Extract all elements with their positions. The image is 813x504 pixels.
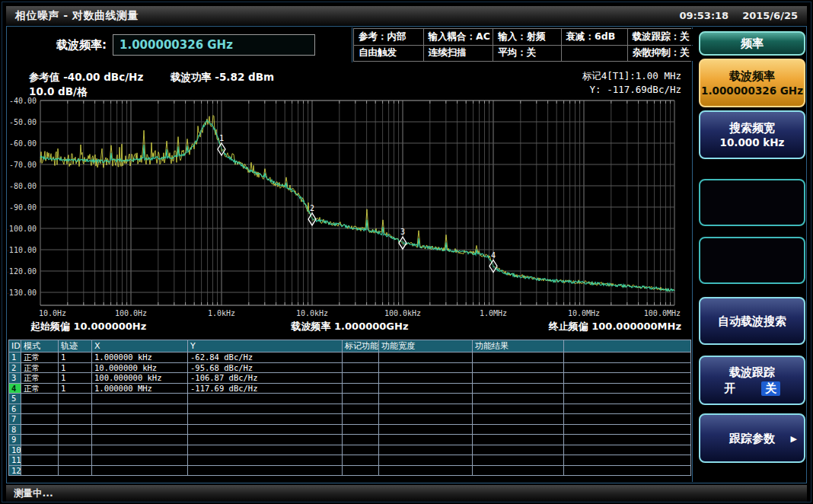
softkey-carrier-tracking[interactable]: 载波跟踪 开 关	[699, 356, 805, 405]
svg-text:10.0Hz: 10.0Hz	[39, 309, 66, 317]
svg-text:10.0MHz: 10.0MHz	[568, 309, 600, 317]
carrier-frequency-panel: 载波频率:	[8, 27, 352, 62]
table-cell: 正常	[21, 373, 59, 384]
softkey-carrier-frequency[interactable]: 载波频率 1.000000326 GHz	[699, 59, 805, 107]
table-header-cell: 轨迹	[59, 340, 92, 352]
status-carrier-tracking: 载波跟踪：关	[628, 29, 693, 45]
table-row[interactable]: 7	[9, 414, 691, 425]
carrier-tracking-toggle: 开 关	[724, 381, 780, 396]
table-cell: -106.87 dBc/Hz	[188, 373, 343, 384]
table-row-id: 10	[9, 445, 21, 455]
svg-text:10.0kHz: 10.0kHz	[296, 309, 328, 317]
table-header-cell: Y	[188, 340, 343, 352]
svg-text:-110.00: -110.00	[8, 246, 37, 254]
table-cell	[59, 394, 92, 404]
table-cell	[473, 424, 564, 435]
table-cell: 1	[59, 362, 92, 373]
table-row[interactable]: 10	[9, 445, 691, 455]
table-row[interactable]: 8	[9, 424, 691, 435]
stop-offset: 终止频偏 100.000000MHz	[549, 320, 681, 333]
table-cell	[343, 414, 379, 425]
softkey-value: 1.000000326 GHz	[701, 84, 803, 98]
svg-text:-60.00: -60.00	[9, 139, 37, 148]
table-cell	[564, 362, 691, 373]
control-row: 载波频率: 参考：内部 输入耦合：AC 输入：射频 衰减：6dB 载波跟踪：关 …	[8, 27, 692, 63]
table-row[interactable]: 4正常11.000000 MHz-117.69 dBc/Hz	[9, 383, 691, 394]
table-cell	[473, 394, 564, 404]
softkey-tracking-params[interactable]: 跟踪参数 ▶	[699, 413, 805, 463]
date-display: 2015/6/25	[742, 10, 798, 21]
table-cell	[564, 352, 691, 363]
table-cell	[59, 404, 92, 414]
table-cell	[21, 455, 59, 466]
softkey-label: 载波频率	[729, 69, 775, 84]
softkey-search-span[interactable]: 搜索频宽 10.000 kHz	[699, 110, 805, 159]
table-cell: -62.84 dBc/Hz	[188, 352, 343, 363]
sidebar-menu-title-frequency[interactable]: 频率	[699, 31, 805, 56]
table-cell	[564, 465, 691, 476]
softkey-auto-carrier-search[interactable]: 自动载波搜索	[699, 297, 805, 345]
marker-readout: 标记4[T1]:1.00 MHz Y: -117.69dBc/Hz	[582, 69, 681, 97]
table-cell	[343, 445, 379, 455]
tracking-off-option[interactable]: 关	[761, 381, 780, 396]
table-cell	[343, 352, 379, 363]
tracking-on-option[interactable]: 开	[724, 381, 735, 396]
table-cell	[343, 455, 379, 466]
status-message: 测量中...	[14, 487, 53, 500]
table-row[interactable]: 2正常110.000000 kHz-95.68 dBc/Hz	[9, 362, 691, 373]
table-row[interactable]: 12	[9, 465, 691, 476]
table-cell	[188, 445, 343, 455]
table-cell: 100.000000 kHz	[92, 373, 188, 384]
softkey-blank-2[interactable]	[699, 237, 805, 284]
table-row-id: 3	[9, 373, 21, 384]
carrier-frequency-input[interactable]	[113, 34, 315, 56]
time-display: 09:53:18	[680, 10, 729, 21]
table-cell	[188, 394, 343, 404]
table-cell	[21, 394, 59, 404]
table-cell	[343, 404, 379, 414]
softkey-blank-1[interactable]	[699, 179, 805, 226]
table-cell	[92, 435, 188, 445]
status-attenuation: 衰减：6dB	[562, 29, 627, 45]
table-row-id: 11	[9, 455, 21, 466]
table-cell	[92, 404, 188, 414]
carrier-power-value: -5.82 dBm	[215, 71, 274, 83]
clock: 09:53:18 2015/6/25	[680, 10, 799, 21]
svg-text:100.0Hz: 100.0Hz	[115, 309, 147, 317]
table-cell	[473, 362, 564, 373]
table-cell	[188, 465, 343, 476]
table-cell	[473, 414, 564, 425]
table-cell	[379, 414, 473, 425]
table-cell: 1	[59, 373, 92, 384]
table-cell	[343, 435, 379, 445]
table-cell	[59, 445, 92, 455]
ref-level-label: 参考值	[29, 71, 60, 83]
marker-readout-y: Y: -117.69dBc/Hz	[582, 83, 681, 97]
table-cell	[92, 394, 188, 404]
table-cell	[92, 445, 188, 455]
table-cell	[379, 404, 473, 414]
marker-readout-x: 标记4[T1]:1.00 MHz	[582, 69, 681, 83]
ref-level-value: -40.00 dBc/Hz	[63, 71, 143, 83]
table-row[interactable]: 3正常1100.000000 kHz-106.87 dBc/Hz	[9, 373, 691, 384]
trace-raw	[40, 116, 674, 292]
table-cell	[343, 373, 379, 384]
table-row[interactable]: 5	[9, 394, 691, 404]
table-row[interactable]: 11	[9, 455, 691, 466]
table-cell	[188, 414, 343, 425]
status-input-coupling: 输入耦合：AC	[424, 29, 493, 45]
instrument-status-grid: 参考：内部 输入耦合：AC 输入：射频 衰减：6dB 载波跟踪：关 自由触发 连…	[353, 28, 691, 62]
table-cell: -117.69 dBc/Hz	[188, 383, 343, 394]
table-header-cell	[564, 340, 691, 352]
table-cell	[21, 445, 59, 455]
status-trigger: 自由触发	[354, 46, 423, 62]
phase-noise-chart: 1234-40.00-50.00-60.00-70.00-80.00-90.00…	[8, 62, 692, 338]
table-row[interactable]: 6	[9, 404, 691, 414]
status-average: 平均：关	[493, 46, 560, 62]
table-cell: 10.000000 kHz	[92, 362, 188, 373]
table-cell	[379, 435, 473, 445]
svg-text:1.0kHz: 1.0kHz	[208, 309, 235, 317]
table-row[interactable]: 9	[9, 435, 691, 445]
table-cell	[21, 424, 59, 435]
table-row[interactable]: 1正常11.000000 kHz-62.84 dBc/Hz	[9, 352, 691, 363]
